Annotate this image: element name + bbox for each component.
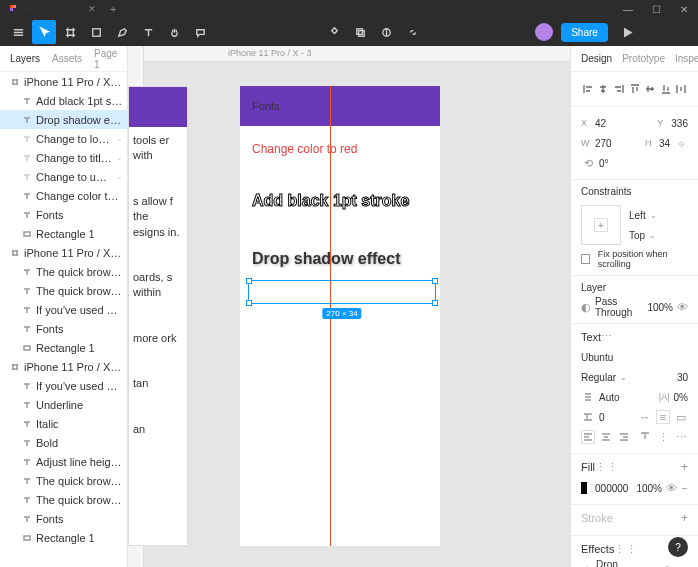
remove-fill-icon[interactable]: − (681, 481, 688, 495)
layer-item[interactable]: Underline (0, 395, 127, 414)
constraint-h[interactable]: Left (629, 210, 646, 221)
partial-frame[interactable]: tools er withs allow f the esigns in.oar… (128, 86, 188, 546)
constraint-widget[interactable]: + (581, 205, 621, 245)
add-stroke-button[interactable]: + (681, 511, 688, 525)
link-dims-icon[interactable]: ⟐ (674, 136, 688, 150)
zoom-control[interactable]: 106%⌄ (648, 26, 686, 38)
contrast-tool[interactable] (375, 20, 399, 44)
fix-position-checkbox[interactable] (581, 254, 590, 264)
layer-opacity[interactable]: 100% (647, 302, 673, 313)
file-tab[interactable]: Fonts demo ✕ (0, 0, 104, 18)
layer-item[interactable]: iPhone 11 Pro / X - 3 (0, 72, 127, 91)
layer-item[interactable]: The quick brown fox jumped… (0, 262, 127, 281)
layer-item[interactable]: Adjust line height to 140% an… (0, 452, 127, 471)
effect-1[interactable]: Drop shadow (596, 559, 643, 567)
close-icon[interactable]: ✕ (88, 4, 96, 14)
align-center-h-icon[interactable] (597, 82, 611, 96)
remove-effect-icon[interactable]: − (677, 563, 688, 567)
breadcrumb[interactable]: iPhone 11 Pro / X - 3 (228, 48, 312, 58)
layer-item[interactable]: Change to title case⌄ (0, 148, 127, 167)
layers-tab[interactable]: Layers (10, 53, 40, 64)
font-weight[interactable]: Regular (581, 372, 616, 383)
h-input[interactable]: 34 (659, 138, 670, 149)
layer-item[interactable]: The quick brown fox jumped… (0, 471, 127, 490)
align-center-v-icon[interactable] (643, 82, 657, 96)
minimize-button[interactable]: — (614, 0, 642, 18)
present-button[interactable] (616, 20, 640, 44)
letter-spacing[interactable]: 0% (674, 392, 688, 403)
layer-item[interactable]: Change to lower case⌄ (0, 129, 127, 148)
chevron-down-icon[interactable]: ⌄ (116, 134, 123, 143)
effects-style-icon[interactable]: ⋮⋮ (614, 543, 638, 556)
text-shadow[interactable]: Drop shadow effect (252, 250, 428, 268)
layer-item[interactable]: Italic (0, 414, 127, 433)
w-input[interactable]: 270 (595, 138, 612, 149)
eye-icon[interactable]: 👁 (662, 563, 673, 567)
align-right-icon[interactable] (612, 82, 626, 96)
autoheight-icon[interactable]: ≡ (656, 410, 670, 424)
fill-hex[interactable]: 000000 (595, 483, 628, 494)
text-more-icon2[interactable]: ⋯ (674, 430, 688, 444)
valign-top-icon[interactable] (639, 430, 653, 444)
layer-item[interactable]: iPhone 11 Pro / X - 2 (0, 243, 127, 262)
textalign-left-icon[interactable] (581, 430, 595, 444)
eye-icon[interactable]: 👁 (666, 481, 677, 495)
boolean-tool[interactable] (349, 20, 373, 44)
blend-mode[interactable]: Pass Through (595, 296, 639, 318)
move-tool[interactable] (32, 20, 56, 44)
layer-item[interactable]: Fonts (0, 319, 127, 338)
chevron-down-icon[interactable]: ⌄ (116, 172, 123, 181)
layer-item[interactable]: Rectangle 1 (0, 528, 127, 547)
assets-tab[interactable]: Assets (52, 53, 82, 64)
avatar[interactable] (535, 23, 553, 41)
layer-item[interactable]: Rectangle 1 (0, 338, 127, 357)
help-button[interactable]: ? (668, 537, 688, 557)
effect-icon[interactable]: ☀ (581, 563, 592, 567)
layer-item[interactable]: Change to uppercase⌄ (0, 167, 127, 186)
layer-item[interactable]: Add black 1pt stroke (0, 91, 127, 110)
share-button[interactable]: Share (561, 23, 608, 42)
pen-tool[interactable] (110, 20, 134, 44)
paragraph-spacing[interactable]: 0 (599, 412, 605, 423)
close-button[interactable]: ✕ (670, 0, 698, 18)
align-top-icon[interactable] (628, 82, 642, 96)
add-tab-button[interactable]: + (104, 3, 122, 15)
constraint-v[interactable]: Top (629, 230, 645, 241)
layer-item[interactable]: Fonts (0, 205, 127, 224)
eye-icon[interactable]: 👁 (677, 300, 688, 314)
chevron-down-icon[interactable]: ⌄ (116, 153, 123, 162)
add-fill-button[interactable]: + (681, 460, 688, 474)
fixed-icon[interactable]: ▭ (674, 410, 688, 424)
align-left-icon[interactable] (581, 82, 595, 96)
layer-item[interactable]: The quick brown fox… (0, 490, 127, 509)
link-tool[interactable] (401, 20, 425, 44)
canvas[interactable]: iPhone 11 Pro / X - 3 tools er withs all… (128, 46, 570, 567)
layer-item[interactable]: iPhone 11 Pro / X - 1 (0, 357, 127, 376)
font-size[interactable]: 30 (677, 372, 688, 383)
text-more-icon[interactable]: ⋯ (601, 330, 613, 343)
layer-item[interactable]: Change color to red (0, 186, 127, 205)
fill-opacity[interactable]: 100% (636, 483, 662, 494)
maximize-button[interactable]: ☐ (642, 0, 670, 18)
layer-item[interactable]: Fonts (0, 509, 127, 528)
layer-item[interactable]: Bold (0, 433, 127, 452)
layer-item[interactable]: Drop shadow effect (0, 110, 127, 129)
frame-tool[interactable] (58, 20, 82, 44)
fill-swatch[interactable] (581, 482, 587, 494)
shape-tool[interactable] (84, 20, 108, 44)
textalign-right-icon[interactable] (617, 430, 631, 444)
text-tool[interactable] (136, 20, 160, 44)
page-selector[interactable]: Page 1 (94, 48, 117, 70)
layer-item[interactable]: If you've used design tools be… (0, 300, 127, 319)
mask-tool[interactable] (323, 20, 347, 44)
text-stroke[interactable]: Add black 1pt stroke (252, 192, 428, 210)
valign-mid-icon[interactable]: ⋮ (656, 430, 670, 444)
line-height[interactable]: Auto (599, 392, 620, 403)
text-red[interactable]: Change color to red (252, 142, 428, 156)
rotation-input[interactable]: 0° (599, 158, 609, 169)
selection-box[interactable]: 270 × 34 (248, 280, 436, 304)
x-input[interactable]: 42 (595, 118, 606, 129)
align-bottom-icon[interactable] (659, 82, 673, 96)
comment-tool[interactable] (188, 20, 212, 44)
y-input[interactable]: 336 (671, 118, 688, 129)
